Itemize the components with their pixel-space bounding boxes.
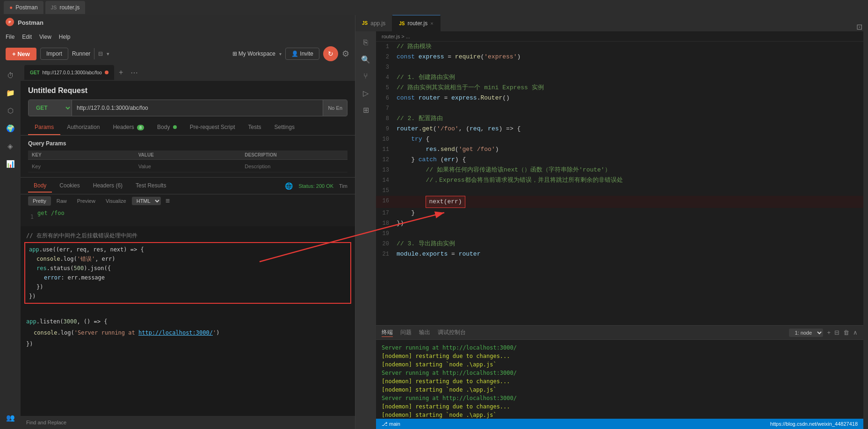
team-icon[interactable]: 👥 <box>3 410 18 425</box>
runner-button[interactable]: Runner <box>72 50 90 57</box>
term-line-9: [nodemon] starting `node .\app.js` <box>382 411 858 419</box>
resp-tab-cookies[interactable]: Cookies <box>54 179 85 193</box>
query-params-title: Query Params <box>28 140 347 147</box>
term-tab-debug[interactable]: 调试控制台 <box>438 329 466 336</box>
term-line-3: [nodemon] starting `node .\app.js` <box>382 360 858 369</box>
mocks-icon[interactable]: ◈ <box>3 139 18 154</box>
request-tab-url: http://127.0.0.1:3000/abc/foo <box>43 70 102 75</box>
code-line-4: 4 // 1. 创建路由实例 <box>376 72 863 83</box>
term-tab-problems[interactable]: 问题 <box>400 329 412 336</box>
response-tabs-bar: Body Cookies Headers (6) Test Results 🌐 … <box>21 178 355 194</box>
tab-options-btn[interactable]: ⋯ <box>128 68 141 77</box>
split-editor-icon[interactable]: ⊡ <box>856 22 862 31</box>
format-select[interactable]: HTML JSON XML <box>132 197 161 205</box>
import-button[interactable]: Import <box>40 48 68 60</box>
split-terminal-btn[interactable]: ⊟ <box>834 329 839 336</box>
fmt-pretty[interactable]: Pretty <box>28 196 51 206</box>
vs-tab-router[interactable]: JS router.js × <box>392 15 440 31</box>
vs-tab-app[interactable]: JS app.js <box>355 15 392 31</box>
add-terminal-btn[interactable]: + <box>827 329 831 336</box>
browser-tab-postman[interactable]: ● Postman <box>4 1 43 14</box>
url-input[interactable] <box>72 105 323 111</box>
browser-tab-bar: ● Postman JS router.js <box>0 0 868 15</box>
menu-view[interactable]: View <box>39 34 51 40</box>
collections-icon[interactable]: 📁 <box>3 86 18 100</box>
resp-tab-body[interactable]: Body <box>28 179 52 193</box>
vs-debug-icon[interactable]: ▷ <box>358 86 373 100</box>
maximize-terminal-btn[interactable]: ∧ <box>853 329 858 336</box>
globe-icon: 🌐 <box>285 182 293 190</box>
find-replace-label[interactable]: Find and Replace <box>26 420 66 425</box>
code-line-16: 16 next(err) <box>376 196 863 208</box>
vs-tab-close-router[interactable]: × <box>430 21 433 26</box>
tab-headers[interactable]: Headers 8 <box>106 120 151 135</box>
tab-pre-request[interactable]: Pre-request Script <box>183 120 242 135</box>
vs-search-icon[interactable]: 🔍 <box>358 52 373 67</box>
time-badge: Tim <box>339 183 347 189</box>
vs-extensions-icon[interactable]: ⊞ <box>358 102 373 117</box>
layout-dropdown[interactable]: ▾ <box>107 51 109 57</box>
settings-icon[interactable]: ⚙ <box>342 49 349 59</box>
sync-button[interactable]: ↻ <box>323 46 338 61</box>
term-line-8: [nodemon] restarting due to changes... <box>382 402 858 411</box>
resp-tab-test-results[interactable]: Test Results <box>130 179 172 193</box>
add-tab-btn[interactable]: + <box>116 68 126 77</box>
tab-authorization[interactable]: Authorization <box>60 120 106 135</box>
fmt-visualize[interactable]: Visualize <box>101 196 131 206</box>
term-tab-output[interactable]: 输出 <box>419 329 430 336</box>
invite-button[interactable]: 👤 Invite <box>285 48 319 60</box>
request-tabs-bar: GET http://127.0.0.1:3000/abc/foo + ⋯ <box>21 64 355 81</box>
key-header: KEY <box>28 150 135 160</box>
code-line-15: 15 <box>376 186 863 196</box>
no-env-badge: No En <box>323 100 347 116</box>
method-select[interactable]: GET POST PUT DELETE <box>29 100 72 116</box>
url-bar: GET POST PUT DELETE No En <box>28 100 347 116</box>
vscode-tabs: JS app.js JS router.js × ⊡ <box>355 15 868 31</box>
desc-header: DESCRIPTION <box>241 150 347 160</box>
environments-icon[interactable]: 🌍 <box>3 121 18 136</box>
menu-edit[interactable]: Edit <box>22 34 32 40</box>
tab-params[interactable]: Params <box>28 120 60 135</box>
history-icon[interactable]: ⏱ <box>3 68 18 83</box>
scrollbar-vertical[interactable] <box>863 31 868 429</box>
code-line-17: 17 } <box>376 208 863 218</box>
key-input[interactable] <box>32 164 131 169</box>
clear-response-icon[interactable]: ≡ <box>166 197 170 205</box>
value-header: VALUE <box>135 150 241 160</box>
layout-icon[interactable]: ⊟ <box>98 50 103 57</box>
vs-breadcrumb: router.js > ... <box>376 31 863 42</box>
apis-icon[interactable]: ⬡ <box>3 103 18 118</box>
menu-help[interactable]: Help <box>59 34 71 40</box>
statusbar-url[interactable]: https://blog.csdn.net/weixin_44827418 <box>770 421 858 427</box>
vs-statusbar: ⎇ main https://blog.csdn.net/weixin_4482… <box>376 419 863 429</box>
term-tab-terminal[interactable]: 终端 <box>382 329 393 337</box>
request-tab[interactable]: GET http://127.0.0.1:3000/abc/foo <box>24 65 114 80</box>
fmt-preview[interactable]: Preview <box>72 196 100 206</box>
node-selector[interactable]: 1: node <box>789 329 823 337</box>
trash-terminal-btn[interactable]: 🗑 <box>843 329 849 336</box>
table-row <box>28 160 347 172</box>
tab-tests[interactable]: Tests <box>242 120 268 135</box>
tab-settings[interactable]: Settings <box>268 120 301 135</box>
workspace-selector[interactable]: ⊞ My Workspace <box>232 50 275 57</box>
menu-file[interactable]: File <box>6 34 14 40</box>
params-table: KEY VALUE DESCRIPTION <box>28 150 347 172</box>
fmt-raw[interactable]: Raw <box>52 196 72 206</box>
request-title: Untitled Request <box>28 86 347 95</box>
new-button[interactable]: + New <box>6 48 36 60</box>
code-line-6: 6 const router = express.Router() <box>376 93 863 103</box>
monitors-icon[interactable]: 📊 <box>3 157 18 172</box>
resp-tab-headers[interactable]: Headers (6) <box>87 179 128 193</box>
vs-files-icon[interactable]: ⎘ <box>358 35 373 50</box>
term-line-2: [nodemon] restarting due to changes... <box>382 352 858 360</box>
value-input[interactable] <box>138 164 238 169</box>
postman-bottom-bar: Find and Replace <box>21 416 355 429</box>
vs-code-area[interactable]: 1 // 路由模块 2 const express = require('exp… <box>376 42 863 325</box>
vs-git-icon[interactable]: ⑂ <box>358 69 373 84</box>
tab-body[interactable]: Body <box>151 120 183 135</box>
code-line-9: 9 router.get('/foo', (req, res) => { <box>376 124 863 134</box>
code-ann-log: console.log('Server running at http://lo… <box>21 327 355 338</box>
next-err-highlight: next(err) <box>426 196 465 208</box>
browser-tab-router[interactable]: JS router.js <box>45 1 86 14</box>
desc-input[interactable] <box>245 164 344 169</box>
